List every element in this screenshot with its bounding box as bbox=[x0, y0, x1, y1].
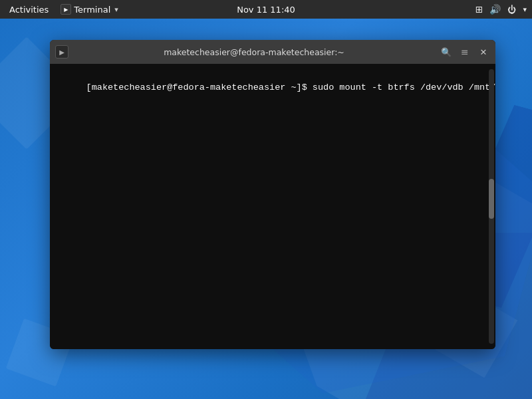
search-icon: 🔍 bbox=[441, 47, 452, 57]
topbar: Activities ▶ Terminal ▾ Nov 11 11:40 ⊞ 🔊… bbox=[0, 0, 532, 19]
hamburger-icon: ≡ bbox=[461, 47, 469, 57]
terminal-prompt: [maketecheasier@fedora-maketecheasier ~]… bbox=[86, 82, 495, 92]
scrollbar-thumb[interactable] bbox=[489, 179, 494, 219]
terminal-window-icon: ▶ bbox=[55, 45, 68, 59]
titlebar-left: ▶ bbox=[55, 45, 68, 59]
terminal-content[interactable]: [maketecheasier@fedora-maketecheasier ~]… bbox=[50, 64, 495, 349]
activities-button[interactable]: Activities bbox=[5, 3, 53, 16]
network-icon[interactable]: ⊞ bbox=[475, 4, 483, 15]
topbar-dropdown-arrow[interactable]: ▾ bbox=[523, 5, 527, 14]
topbar-clock: Nov 11 11:40 bbox=[237, 5, 295, 15]
terminal-taskbar-item[interactable]: ▶ Terminal ▾ bbox=[61, 4, 118, 15]
power-icon[interactable]: ⏻ bbox=[507, 5, 516, 15]
topbar-left: Activities ▶ Terminal ▾ bbox=[5, 3, 118, 16]
terminal-app-icon: ▶ bbox=[61, 4, 71, 15]
close-icon: ✕ bbox=[480, 47, 487, 57]
terminal-line-1: [maketecheasier@fedora-maketecheasier ~]… bbox=[54, 69, 491, 107]
close-button[interactable]: ✕ bbox=[477, 45, 490, 59]
menu-button[interactable]: ≡ bbox=[458, 45, 471, 59]
terminal-titlebar: ▶ maketecheasier@fedora-maketecheasier:~… bbox=[50, 40, 495, 64]
terminal-scrollbar[interactable] bbox=[489, 69, 494, 344]
search-button[interactable]: 🔍 bbox=[440, 45, 453, 59]
datetime-display: Nov 11 11:40 bbox=[237, 5, 295, 15]
volume-icon[interactable]: 🔊 bbox=[489, 4, 501, 15]
terminal-title: maketecheasier@fedora-maketecheasier:~ bbox=[164, 47, 344, 57]
terminal-window: ▶ maketecheasier@fedora-maketecheasier:~… bbox=[50, 40, 495, 349]
terminal-taskbar-label: Terminal bbox=[74, 5, 110, 15]
titlebar-controls: 🔍 ≡ ✕ bbox=[440, 45, 490, 59]
terminal-dropdown-arrow[interactable]: ▾ bbox=[114, 5, 118, 14]
topbar-right: ⊞ 🔊 ⏻ ▾ bbox=[475, 4, 527, 15]
